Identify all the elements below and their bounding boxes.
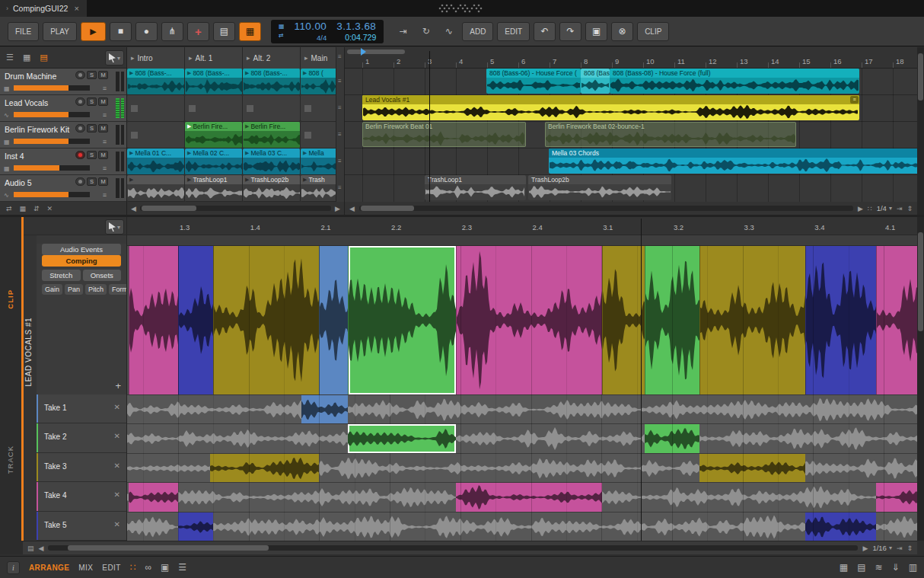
scene-header[interactable]: ▸Intro — [127, 47, 185, 69]
browser-panel-icon[interactable]: ▥ — [909, 562, 917, 573]
add-take-button[interactable]: + — [115, 380, 121, 391]
take-region[interactable] — [129, 483, 178, 511]
launcher-h-scrollbar[interactable] — [140, 206, 331, 211]
clip-slot[interactable]: ▶TrashLoop1 — [185, 175, 243, 202]
scrollbar-thumb[interactable] — [918, 232, 923, 331]
piano-icon[interactable]: ▦ — [840, 562, 848, 573]
track-menu-icon[interactable]: ≡ — [103, 165, 107, 172]
mute-button[interactable]: M — [98, 97, 108, 106]
comp-segment[interactable] — [348, 246, 456, 394]
track-row[interactable]: Lead Vocals∿SM≡ — [0, 95, 126, 122]
gain-button[interactable]: Gain — [42, 284, 62, 295]
take-lane[interactable] — [127, 423, 917, 452]
arranger-pointer-tool[interactable]: ▾ — [105, 50, 124, 65]
arranger-lanes-icon[interactable]: ▤ — [40, 53, 47, 62]
take-lane[interactable] — [127, 482, 917, 511]
clip-play-icon[interactable]: ▶ — [303, 69, 307, 78]
comp-segment[interactable] — [876, 246, 917, 394]
editor-grid-resolution[interactable]: 1/16▾ — [872, 544, 892, 552]
arranger-clip[interactable]: Lead Vocals #1≡ — [362, 95, 859, 120]
play-menu-button[interactable]: PLAY — [43, 22, 77, 41]
track-menu-icon[interactable]: ≡ — [103, 85, 107, 92]
redo-button[interactable]: ↷ — [559, 22, 581, 41]
zoom-fit-icon[interactable]: ⇥ — [897, 205, 903, 212]
row-handle-icon[interactable]: ≡ — [338, 132, 342, 138]
take-region[interactable] — [301, 395, 348, 423]
lanes-icon[interactable]: ▤ — [27, 544, 34, 552]
comping-button[interactable]: Comping — [42, 255, 121, 267]
follow-playhead-icon[interactable]: ∷ — [868, 205, 872, 212]
edit-menu-button[interactable]: EDIT — [497, 22, 530, 41]
mixer-icon[interactable]: ≋ — [875, 562, 883, 573]
clip-play-icon[interactable]: ▶ — [187, 122, 191, 131]
arranger-ruler[interactable]: 123456789101112131415161718 — [345, 47, 917, 69]
delete-take-button[interactable]: ✕ — [114, 403, 120, 411]
take-region[interactable] — [348, 424, 456, 452]
clip-slot[interactable]: ▶808 (Bass-... — [243, 69, 301, 95]
take-header[interactable]: Take 5✕ — [37, 512, 126, 541]
track-row[interactable]: Audio 5∿SM≡ — [0, 175, 126, 202]
delete-button[interactable]: ⊗ — [611, 22, 633, 41]
delete-take-button[interactable]: ✕ — [114, 432, 120, 440]
clip-slot[interactable]: ▶Berlin Fire... — [243, 122, 301, 148]
touch-grid-icon[interactable]: ∷ — [130, 562, 136, 573]
close-tab-icon[interactable]: × — [74, 4, 78, 13]
scroll-right-icon[interactable]: ▶ — [335, 205, 340, 212]
take-region[interactable] — [645, 424, 699, 452]
comp-segment[interactable] — [129, 246, 178, 394]
sort-tracks-icon[interactable]: ⇵ — [33, 205, 40, 212]
undo-button[interactable]: ↶ — [534, 22, 556, 41]
mute-button[interactable]: M — [98, 71, 108, 79]
clip-play-icon[interactable]: ▶ — [303, 175, 307, 184]
arranger-clip[interactable]: Mella 03 Chords — [549, 148, 917, 174]
dual-display-button[interactable]: ▦ — [239, 22, 261, 41]
track-menu-icon[interactable]: ≡ — [103, 192, 107, 199]
time-signature-value[interactable]: 4/4 — [317, 34, 327, 42]
clip-tab[interactable]: CLIP — [6, 289, 14, 309]
editor-h-scrollbar[interactable] — [48, 545, 858, 551]
track-volume-slider[interactable] — [14, 192, 90, 197]
clip-play-icon[interactable]: ▶ — [187, 69, 191, 78]
swap-tracks-icon[interactable]: ⇄ — [6, 205, 12, 212]
take-lane[interactable] — [127, 512, 917, 541]
info-button[interactable]: i — [7, 561, 20, 574]
tempo-icon[interactable]: ▦ — [279, 24, 285, 30]
play-start-marker[interactable] — [361, 48, 366, 56]
arranger-clip[interactable]: 808 (Bass — [581, 69, 610, 94]
close-launcher-icon[interactable]: ✕ — [47, 205, 53, 212]
delete-take-button[interactable]: ✕ — [114, 490, 120, 499]
clip-slot[interactable]: ▶Berlin Fire... — [185, 122, 243, 148]
arranger-clip[interactable]: Berlin Firework Beat 02-bounce-1 — [545, 122, 796, 147]
take-header[interactable]: Take 2✕ — [37, 423, 126, 452]
automation-follow-icon[interactable]: ∿ — [439, 22, 458, 41]
comp-segment[interactable] — [602, 246, 645, 394]
scene-play-icon[interactable]: ▸ — [247, 54, 250, 62]
clip-slot[interactable]: ▶Mella 03 C... — [243, 148, 301, 175]
clip-slot[interactable]: ▶TrashLoop2b — [243, 175, 301, 202]
take-header[interactable]: Take 4✕ — [37, 482, 126, 511]
arranger-clip[interactable]: 808 (Bass-06) - House Force ( — [486, 69, 581, 94]
arrange-tab[interactable]: ARRANGE — [29, 564, 69, 572]
solo-button[interactable]: S — [87, 71, 97, 79]
take-region[interactable] — [210, 454, 319, 482]
record-arm-button[interactable] — [75, 151, 85, 159]
launcher-grid-icon[interactable]: ▦ — [23, 53, 30, 62]
audio-events-button[interactable]: Audio Events — [42, 244, 121, 255]
track-volume-slider[interactable] — [14, 112, 90, 117]
clip-slot[interactable] — [185, 95, 243, 122]
row-handle-icon[interactable]: ≡ — [338, 185, 342, 191]
take-region[interactable] — [456, 483, 602, 511]
mute-button[interactable]: M — [98, 151, 108, 159]
clip-slot[interactable] — [127, 122, 185, 148]
solo-button[interactable]: S — [87, 97, 97, 106]
scene-play-icon[interactable]: ▸ — [131, 54, 135, 62]
scrollbar-thumb[interactable] — [142, 206, 196, 211]
track-list-icon[interactable]: ☰ — [6, 53, 14, 62]
overdub-button[interactable]: + — [187, 22, 209, 41]
clip-play-icon[interactable]: ▶ — [245, 148, 249, 158]
scene-header[interactable]: ▸Alt. 2 — [243, 47, 301, 69]
sync-icon[interactable]: ⇄ — [279, 33, 285, 39]
track-volume-slider[interactable] — [14, 139, 90, 144]
record-arm-button[interactable] — [75, 124, 85, 133]
zoom-fit-icon[interactable]: ⇥ — [897, 544, 903, 552]
